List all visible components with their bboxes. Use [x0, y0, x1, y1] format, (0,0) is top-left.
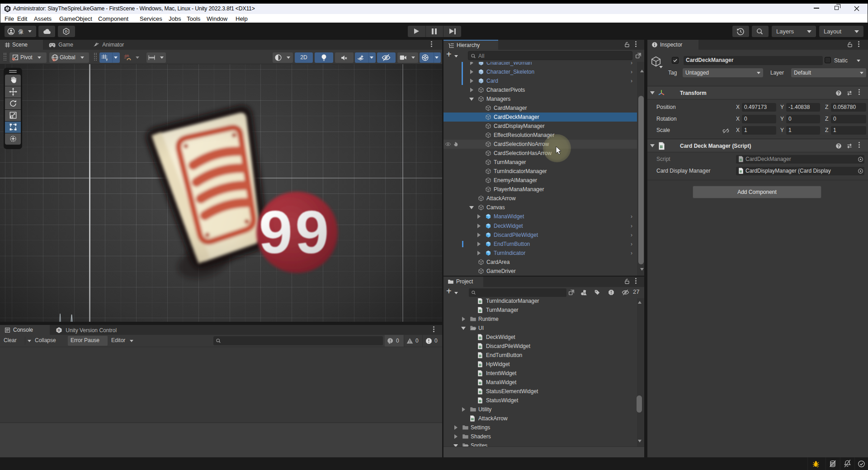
svg-text:D: D [65, 29, 68, 33]
svg-text:D: D [58, 328, 61, 332]
svg-text:Y: Y [106, 58, 108, 61]
